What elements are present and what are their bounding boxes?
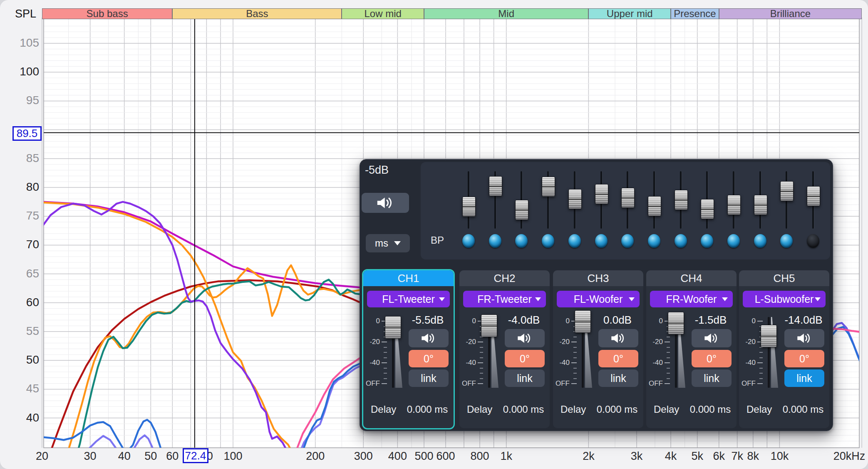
channel-delay-label: Delay — [746, 404, 772, 415]
fader-scale-label: OFF — [556, 379, 570, 388]
channel-header-ch5[interactable]: CH5 — [739, 270, 829, 286]
channel-mute-button[interactable] — [598, 329, 638, 347]
channel-link-button[interactable]: link — [409, 369, 449, 387]
channel-mute-button[interactable] — [692, 329, 732, 347]
eq-slider-knob[interactable] — [701, 199, 714, 219]
eq-band-led[interactable] — [568, 234, 581, 248]
fader-scale-minor-tick — [573, 347, 577, 348]
channel-phase-button[interactable]: 0° — [409, 350, 449, 367]
channel-mute-button[interactable] — [409, 329, 449, 347]
eq-slider-1[interactable] — [459, 162, 478, 259]
channel-phase-button[interactable]: 0° — [598, 350, 638, 367]
dsp-control-panel: -5dB ms BP CH1FL-Tweeter0-20-40OFF-5.5dB… — [360, 159, 833, 431]
eq-band-led[interactable] — [489, 234, 501, 248]
x-axis-label: 8k — [747, 450, 759, 463]
channel-fader-knob[interactable] — [385, 316, 401, 339]
channel-fader-knob[interactable] — [761, 325, 777, 347]
fader-scale-minor-tick — [384, 352, 387, 353]
eq-slider-knob[interactable] — [675, 190, 688, 210]
eq-slider-3[interactable] — [512, 162, 531, 259]
eq-band-led[interactable] — [701, 234, 713, 248]
eq-slider-knob[interactable] — [462, 197, 476, 217]
eq-slider-knob[interactable] — [515, 200, 528, 220]
x-axis-label: 30 — [84, 450, 97, 463]
eq-slider-knob[interactable] — [595, 184, 608, 204]
eq-slider-knob[interactable] — [807, 186, 820, 206]
eq-slider-knob[interactable] — [754, 195, 767, 215]
eq-band-led[interactable] — [780, 234, 793, 248]
fader-scale-tick — [478, 383, 483, 384]
fader-scale-tick — [382, 383, 387, 384]
eq-slider-13[interactable] — [777, 162, 796, 259]
channel-fader-knob[interactable] — [481, 314, 497, 337]
eq-slider-4[interactable] — [539, 162, 557, 259]
eq-slider-knob[interactable] — [542, 177, 555, 197]
channel-phase-button[interactable]: 0° — [505, 350, 545, 367]
eq-slider-knob[interactable] — [489, 176, 502, 196]
eq-slider-knob[interactable] — [780, 181, 794, 201]
x-axis-label: 40 — [118, 450, 131, 463]
channel-mute-button[interactable] — [784, 329, 824, 347]
delay-unit-select[interactable]: ms — [366, 234, 410, 252]
channel-phase-button[interactable]: 0° — [692, 350, 732, 367]
channel-header-ch4[interactable]: CH4 — [646, 270, 737, 286]
speaker-icon — [703, 332, 720, 344]
eq-slider-knob[interactable] — [727, 195, 741, 215]
chevron-down-icon — [535, 297, 541, 301]
eq-slider-knob[interactable] — [648, 196, 661, 216]
band-upper-mid: Upper mid — [588, 8, 671, 19]
channel-link-button[interactable]: link — [692, 369, 732, 387]
fader-scale-minor-tick — [573, 337, 577, 337]
channel-header-ch3[interactable]: CH3 — [553, 270, 643, 286]
eq-slider-14[interactable] — [804, 162, 822, 259]
eq-slider-knob[interactable] — [568, 189, 582, 209]
fader-scale-tick — [571, 362, 577, 363]
channel-fader-knob[interactable] — [575, 310, 591, 333]
master-mute-button[interactable] — [362, 193, 409, 213]
channel-delay-value: 0.000 ms — [595, 404, 640, 415]
channel-header-ch2[interactable]: CH2 — [459, 270, 550, 286]
chevron-down-icon — [629, 297, 635, 301]
eq-band-led[interactable] — [727, 234, 740, 248]
eq-band-led[interactable] — [462, 234, 475, 248]
output-select-ch1[interactable]: FL-Tweeter — [367, 291, 450, 307]
y-axis-label: 55 — [0, 324, 39, 338]
eq-slider-knob[interactable] — [621, 188, 635, 208]
channel-header-ch1[interactable]: CH1 — [363, 270, 454, 286]
channel-link-button[interactable]: link — [505, 369, 545, 387]
eq-band-led[interactable] — [754, 234, 766, 248]
eq-slider-8[interactable] — [645, 162, 663, 259]
eq-band-led[interactable] — [515, 234, 528, 248]
channel-fader-knob[interactable] — [668, 312, 684, 334]
eq-band-led[interactable] — [807, 234, 819, 248]
fader-scale-tick — [665, 383, 670, 384]
output-select-ch5[interactable]: L-Subwoofer — [743, 291, 826, 307]
eq-slider-9[interactable] — [672, 162, 690, 259]
eq-slider-12[interactable] — [751, 162, 769, 259]
band-presence: Presence — [671, 8, 719, 19]
output-select-ch3[interactable]: FL-Woofer — [557, 291, 640, 307]
output-select-ch2[interactable]: FR-Tweeter — [463, 291, 546, 307]
cursor-spl-readout: 89.5 — [12, 126, 42, 141]
x-axis-label: 20kHz — [833, 450, 866, 463]
eq-band-led[interactable] — [595, 234, 608, 248]
eq-band-led[interactable] — [675, 234, 687, 248]
channel-phase-button[interactable]: 0° — [784, 350, 824, 367]
speaker-icon — [516, 332, 533, 344]
eq-band-led[interactable] — [542, 234, 554, 248]
channel-link-button[interactable]: link — [598, 369, 638, 387]
fader-scale-label: -20 — [742, 338, 756, 346]
eq-slider-5[interactable] — [565, 162, 584, 259]
eq-slider-2[interactable] — [486, 162, 504, 259]
channel-mute-button[interactable] — [505, 329, 545, 347]
eq-slider-7[interactable] — [618, 162, 637, 259]
eq-slider-11[interactable] — [724, 162, 743, 259]
channel-link-button[interactable]: link — [784, 369, 824, 387]
output-select-ch4[interactable]: FR-Woofer — [650, 291, 733, 307]
eq-band-led[interactable] — [648, 234, 660, 248]
eq-band-led[interactable] — [621, 234, 634, 248]
fader-scale-tick — [665, 342, 670, 342]
eq-slider-10[interactable] — [698, 162, 716, 259]
fader-scale-minor-tick — [759, 357, 763, 358]
eq-slider-6[interactable] — [592, 162, 610, 259]
